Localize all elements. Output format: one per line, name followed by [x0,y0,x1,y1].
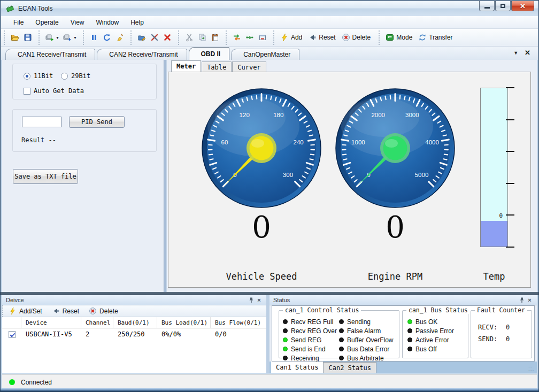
window-bottom-frame [1,388,538,391]
device-add-button[interactable]: ▼ [43,31,61,44]
toolbar-group-connect [226,30,272,45]
delete-x-icon [163,33,172,42]
reset-button[interactable]: Reset [306,31,339,44]
status-tab-2[interactable]: Can2 Status [323,362,376,373]
menu-help[interactable]: Help [125,17,150,28]
subtab-meter[interactable]: Meter [171,60,201,72]
mode-button[interactable]: Mode [383,31,416,44]
window-min-button[interactable] [256,31,269,44]
bit-mode-groupbox: 11Bit 29Bit Auto Get Data [12,64,157,99]
status-tab-1[interactable]: Can1 Status [271,362,323,373]
minimize-icon [484,7,490,9]
save-txt-button[interactable]: Save as TXT file [13,169,78,184]
led-label: Bus Data Error [347,345,389,353]
temp-gauge-fill [481,221,507,247]
copy-button[interactable] [196,31,209,44]
led-label: Bus Arbitrate [347,355,384,362]
save-file-button[interactable] [21,31,34,44]
panel-close-icon[interactable]: × [526,296,534,304]
maximize-button[interactable] [495,1,511,11]
radio-29bit-circle[interactable] [61,73,68,80]
device-delete-button[interactable]: Delete [89,307,118,315]
minimize-button[interactable] [479,1,495,11]
folder-edit-button[interactable] [135,31,148,44]
tab-obd-ii[interactable]: OBD II [189,47,230,60]
transfer-button[interactable]: Transfer [416,31,456,44]
svg-text:180: 180 [273,112,283,118]
pin-icon[interactable] [247,296,255,304]
led-label: Buffer OverFlow [347,336,393,344]
radio-11bit[interactable]: 11Bit [24,72,53,80]
delete-action-button[interactable]: Delete [340,31,375,44]
pid-input[interactable] [22,117,61,127]
menu-view[interactable]: View [65,17,90,28]
folder-edit-icon [137,33,146,42]
device-panel-title: Deivce [6,297,24,303]
led-row: Passive Error [407,326,454,335]
connected-label: Connected [21,379,52,386]
tools-button[interactable] [148,31,161,44]
resize-grip[interactable]: ∙∙∙∙∙ [528,365,535,372]
device-row-checkbox-cell [2,331,21,338]
auto-get-data-checkbox[interactable] [24,88,30,95]
svg-text:240: 240 [294,139,304,145]
menu-window[interactable]: Window [90,17,125,28]
pid-groupbox: PID Send Result -- [12,109,157,152]
tab-strip-controls: ▼ ✕ [513,49,538,60]
subtab-curver[interactable]: Curver [232,62,266,72]
save-icon [24,33,32,42]
status-body: can_1 Control Status Recv REG FullRecv R… [272,305,535,362]
led-row: Recv REG Full [283,317,337,326]
refresh-icon [103,33,111,42]
col-bus-flow: Bus Flow(0/1) [211,317,266,328]
paste-button[interactable] [209,31,221,44]
pin-icon[interactable] [518,296,526,304]
refresh-button[interactable] [101,31,113,44]
tab-list-dropdown[interactable]: ▼ [513,50,518,56]
close-icon: ✕ [520,3,526,10]
led-off-icon [339,347,344,351]
radio-29bit[interactable]: 29Bit [61,72,90,80]
device-checkbox[interactable] [9,331,16,338]
close-button[interactable]: ✕ [511,1,534,11]
tab-close-icon[interactable]: ✕ [525,49,530,56]
delete-button[interactable] [161,31,174,44]
tab-can2-receive-transmit[interactable]: CAN2 Receive/Transmit [97,49,187,60]
col-baud: Baud(0/1) [113,317,157,328]
device-cell: USBCAN-II-V5 [21,330,81,338]
led-off-icon [283,319,288,324]
radio-11bit-circle[interactable] [24,73,30,80]
usb-button[interactable] [243,31,256,44]
clear-button[interactable] [113,31,126,44]
tab-can1-receive-transmit[interactable]: CAN1 Receive/Transmit [5,49,95,60]
add-button[interactable]: Add [278,31,306,44]
led-label: Passive Error [415,327,454,335]
cut-button[interactable] [183,31,196,44]
device-table-header: Device Channel Baud(0/1) Bus Load(0/1) B… [2,317,266,328]
device-connect-button[interactable]: ▼ [61,31,79,44]
menu-operate[interactable]: Operate [29,17,64,28]
led-label: Recv REG Over [291,327,337,335]
device-rows: USBCAN-II-V52250/2500%/0%0/0 [2,328,266,340]
panel-close-icon[interactable]: × [255,296,263,304]
pid-send-button[interactable]: PID Send [69,116,125,128]
temp-gauge [480,88,508,247]
subtab-table[interactable]: Table [202,62,232,72]
meter-view: 060120180240300 010002000300040005000 0 … [168,72,531,288]
led-on-icon [407,319,412,324]
device-reset-button[interactable]: Reset [52,307,79,315]
device-addset-label: Add/Set [19,308,42,315]
device-addset-button[interactable]: Add/Set [9,307,42,315]
table-row[interactable]: USBCAN-II-V52250/2500%/0%0/0 [2,328,266,340]
pause-button[interactable] [88,31,101,44]
main-tabs: CAN1 Receive/TransmitCAN2 Receive/Transm… [5,47,301,60]
auto-get-data-checkbox-row[interactable]: Auto Get Data [24,87,84,95]
window-title: ECAN Tools [18,5,52,12]
swap-button[interactable] [230,31,243,44]
toolbar-group-edit [130,30,176,45]
temp-label: Temp [474,271,514,282]
toolbar-group-device: ▼ ▼ [38,30,81,45]
menu-file[interactable]: File [7,17,29,28]
tab-canopenmaster[interactable]: CanOpenMaster [231,49,299,60]
open-file-button[interactable] [9,31,21,44]
